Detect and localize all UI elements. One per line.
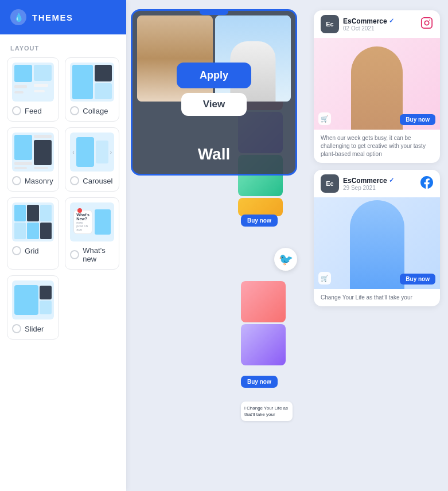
feed-card-2-avatar: Ec	[321, 174, 339, 193]
wall-popup-tab	[200, 10, 228, 15]
partial-text-card: l Change Your Life as that'll take your	[241, 402, 293, 421]
wall-popup-title: Wall	[198, 145, 231, 163]
whatsnew-label: What's new	[83, 246, 114, 263]
grid-label-row: Grid	[12, 246, 39, 255]
cart-icon-1: 🛒	[318, 112, 331, 125]
slider-label: Slider	[25, 325, 44, 333]
layout-item-slider[interactable]: Slider	[7, 275, 59, 340]
partial-img-4	[238, 198, 283, 216]
feed-preview	[12, 63, 54, 102]
carousel-label: Carousel	[83, 177, 112, 185]
themes-icon: 💧	[10, 9, 26, 25]
whatsnew-radio[interactable]	[70, 250, 79, 259]
grid-label: Grid	[25, 247, 39, 255]
apply-button[interactable]: Apply	[177, 63, 251, 88]
verified-badge-2: ✓	[389, 177, 394, 184]
carousel-label-row: Carousel	[70, 176, 112, 185]
sidebar-title: THEMES	[32, 13, 73, 22]
whatsnew-preview: What's New? new post 1h ago	[70, 202, 114, 241]
feed-card-1-avatar: Ec	[321, 15, 339, 33]
feed-card-1-date: 02 Oct 2021	[343, 25, 394, 32]
layout-item-collage[interactable]: Collage	[65, 57, 119, 122]
layout-item-carousel[interactable]: ‹ › Carousel	[65, 127, 119, 192]
feed-card-2-text: Change Your Life as that'll take your	[314, 289, 440, 306]
cart-icon-2: 🛒	[318, 272, 331, 285]
buy-now-float-2[interactable]: Buy now	[241, 376, 278, 388]
slider-label-row: Slider	[12, 324, 44, 333]
right-panel: Ec EsCommerce ✓ 02 Oct 2021	[314, 10, 440, 306]
layout-item-masonry[interactable]: Masonry	[7, 127, 59, 192]
svg-rect-0	[422, 17, 432, 28]
feed-label: Feed	[25, 107, 42, 115]
twitter-icon: 🐦	[274, 248, 297, 271]
feed-label-row: Feed	[12, 106, 42, 115]
feed-radio[interactable]	[12, 106, 21, 115]
feed-card-2: Ec EsCommerce ✓ 29 Sep 2021 🛒 Buy	[314, 170, 440, 306]
slider-preview	[12, 280, 54, 319]
grid-radio[interactable]	[12, 246, 21, 255]
partial-feed-bottom	[241, 281, 286, 365]
masonry-label: Masonry	[25, 177, 53, 185]
wall-popup: Apply View Wall	[131, 9, 297, 176]
feed-card-2-user: Ec EsCommerce ✓ 29 Sep 2021	[321, 174, 394, 193]
facebook-icon	[420, 176, 433, 192]
buy-now-1[interactable]: Buy now	[400, 114, 435, 125]
sidebar: 💧 THEMES LAYOUT	[0, 0, 126, 491]
feed-card-2-header: Ec EsCommerce ✓ 29 Sep 2021	[314, 170, 440, 197]
feed-card-1-header: Ec EsCommerce ✓ 02 Oct 2021	[314, 10, 440, 38]
carousel-radio[interactable]	[70, 176, 79, 185]
view-button[interactable]: View	[181, 93, 247, 116]
buy-now-2[interactable]: Buy now	[400, 274, 435, 285]
feed-card-1: Ec EsCommerce ✓ 02 Oct 2021	[314, 10, 440, 163]
feed-card-2-name: EsCommerce ✓	[343, 177, 394, 185]
layout-section-label: LAYOUT	[0, 34, 126, 57]
feed-card-1-text: When our week gets busy, it can be chall…	[314, 130, 440, 163]
layout-item-whatsnew[interactable]: What's New? new post 1h ago What's new	[65, 197, 119, 270]
layout-item-feed[interactable]: Feed	[7, 57, 59, 122]
collage-label-row: Collage	[70, 106, 108, 115]
masonry-label-row: Masonry	[12, 176, 53, 185]
feed-card-1-user: Ec EsCommerce ✓ 02 Oct 2021	[321, 15, 394, 33]
sidebar-header: 💧 THEMES	[0, 0, 126, 34]
collage-radio[interactable]	[70, 106, 79, 115]
whatsnew-label-row: What's new	[70, 246, 114, 263]
verified-badge-1: ✓	[389, 17, 394, 25]
feed-card-1-image: 🛒 Buy now	[314, 38, 440, 130]
collage-preview	[70, 63, 114, 102]
carousel-preview: ‹ ›	[70, 133, 114, 172]
masonry-radio[interactable]	[12, 176, 21, 185]
feed-card-2-date: 29 Sep 2021	[343, 185, 394, 191]
feed-card-1-name: EsCommerce ✓	[343, 17, 394, 25]
layout-grid: Feed Collage	[0, 57, 126, 340]
masonry-preview	[12, 133, 54, 172]
svg-point-1	[424, 21, 428, 25]
wall-popup-buttons: Apply View	[177, 63, 251, 116]
feed-card-2-image: 🛒 Buy now	[314, 197, 440, 289]
grid-preview	[12, 202, 54, 241]
layout-item-grid[interactable]: Grid	[7, 197, 59, 270]
buy-now-float-1[interactable]: Buy now	[241, 215, 278, 227]
slider-radio[interactable]	[12, 324, 21, 333]
collage-label: Collage	[83, 107, 108, 115]
svg-point-2	[429, 20, 430, 21]
instagram-icon	[420, 17, 433, 32]
